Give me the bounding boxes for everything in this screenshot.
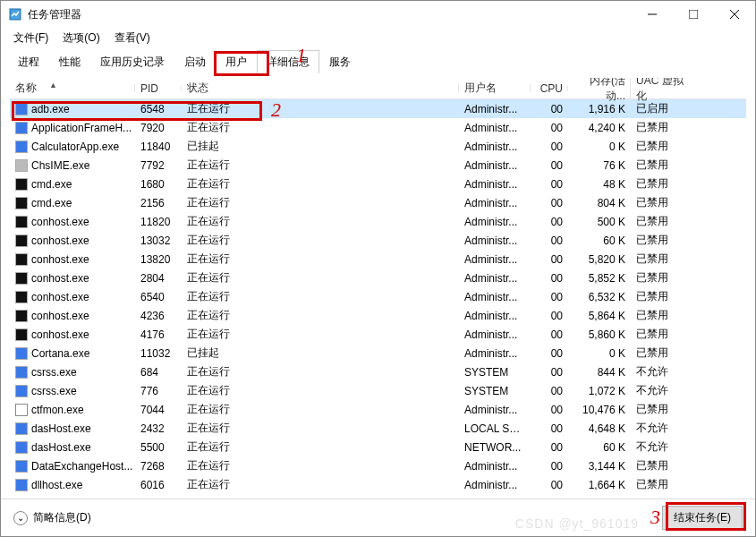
menu-options[interactable]: 选项(O): [57, 29, 105, 47]
tab-services[interactable]: 服务: [319, 50, 361, 73]
tab-app-history[interactable]: 应用历史记录: [90, 50, 174, 73]
cell-cpu: 00: [531, 178, 568, 191]
cell-memory: 5,864 K: [568, 310, 631, 322]
cell-pid: 6548: [135, 103, 182, 115]
cell-name: csrss.exe: [31, 385, 77, 397]
table-row[interactable]: csrss.exe684正在运行SYSTEM00844 K不允许: [10, 362, 746, 381]
cell-uac: 已禁用: [631, 289, 693, 304]
menu-file[interactable]: 文件(F): [8, 29, 54, 47]
tab-users[interactable]: 用户: [216, 50, 257, 73]
cell-user: Administr...: [459, 178, 531, 191]
tab-performance[interactable]: 性能: [49, 50, 90, 73]
cell-user: Administr...: [459, 216, 531, 228]
col-uac[interactable]: UAC 虚拟化: [631, 78, 693, 104]
process-icon: [15, 253, 28, 266]
cell-status: 已挂起: [182, 345, 459, 361]
table-row[interactable]: conhost.exe13032正在运行Administr...0060 K已禁…: [10, 231, 746, 250]
cell-status: 正在运行: [182, 327, 459, 342]
cell-memory: 1,916 K: [568, 103, 631, 115]
cell-pid: 2156: [135, 197, 182, 209]
cell-pid: 11840: [135, 141, 182, 153]
cell-name: CalculatorApp.exe: [31, 141, 119, 153]
tab-startup[interactable]: 启动: [174, 50, 216, 73]
cell-memory: 4,648 K: [568, 422, 631, 435]
process-icon: [15, 460, 28, 473]
brief-info-link[interactable]: ⌄ 简略信息(D): [13, 510, 91, 525]
cell-pid: 13820: [135, 253, 182, 266]
grid-body[interactable]: adb.exe6548正在运行Administr...001,916 K已启用A…: [10, 99, 746, 499]
cell-memory: 5,820 K: [568, 253, 631, 266]
table-row[interactable]: ctfmon.exe7044正在运行Administr...0010,476 K…: [10, 400, 746, 419]
cell-cpu: 00: [531, 310, 568, 322]
cell-cpu: 00: [531, 479, 568, 491]
details-grid: 名称▲ PID 状态 用户名 CPU 内存(活动... UAC 虚拟化 adb.…: [10, 78, 746, 499]
cell-status: 正在运行: [182, 477, 459, 492]
table-row[interactable]: conhost.exe4176正在运行Administr...005,860 K…: [10, 325, 746, 344]
cell-user: Administr...: [459, 310, 531, 322]
col-pid[interactable]: PID: [135, 82, 182, 95]
tabbar: 进程 性能 应用历史记录 启动 用户 详细信息 服务: [1, 47, 755, 72]
cell-uac: 已禁用: [631, 158, 693, 173]
table-row[interactable]: conhost.exe11820正在运行Administr...00500 K已…: [10, 212, 746, 231]
cell-status: 正在运行: [182, 421, 459, 436]
process-icon: [15, 328, 28, 341]
cell-cpu: 00: [531, 441, 568, 454]
table-row[interactable]: dasHost.exe2432正在运行LOCAL SE...004,648 K不…: [10, 419, 746, 438]
col-memory[interactable]: 内存(活动...: [568, 78, 631, 104]
cell-status: 正在运行: [182, 101, 459, 116]
col-cpu[interactable]: CPU: [531, 82, 568, 95]
cell-name: conhost.exe: [31, 253, 89, 266]
table-row[interactable]: ChsIME.exe7792正在运行Administr...0076 K已禁用: [10, 156, 746, 175]
table-row[interactable]: conhost.exe2804正在运行Administr...005,852 K…: [10, 268, 746, 287]
cell-memory: 5,852 K: [568, 272, 631, 285]
cell-uac: 已禁用: [631, 327, 693, 342]
table-row[interactable]: cmd.exe1680正在运行Administr...0048 K已禁用: [10, 175, 746, 193]
cell-pid: 4176: [135, 328, 182, 341]
cell-memory: 60 K: [568, 234, 631, 247]
cell-memory: 10,476 K: [568, 404, 631, 416]
table-row[interactable]: Cortana.exe11032已挂起Administr...000 K已禁用: [10, 344, 746, 362]
cell-name: conhost.exe: [31, 216, 89, 228]
cell-status: 正在运行: [182, 458, 459, 473]
col-status[interactable]: 状态: [182, 81, 459, 96]
cell-status: 正在运行: [182, 158, 459, 173]
cell-uac: 已禁用: [631, 251, 693, 267]
maximize-button[interactable]: [673, 1, 714, 28]
cell-uac: 不允许: [631, 383, 693, 398]
process-icon: [15, 122, 28, 134]
table-row[interactable]: DataExchangeHost...7268正在运行Administr...0…: [10, 456, 746, 475]
table-row[interactable]: conhost.exe4236正在运行Administr...005,864 K…: [10, 306, 746, 325]
grid-header: 名称▲ PID 状态 用户名 CPU 内存(活动... UAC 虚拟化: [10, 78, 746, 99]
cell-cpu: 00: [531, 253, 568, 266]
cell-user: Administr...: [459, 103, 531, 115]
close-button[interactable]: [714, 1, 755, 28]
minimize-button[interactable]: [632, 1, 673, 28]
cell-cpu: 00: [531, 159, 568, 172]
tab-processes[interactable]: 进程: [8, 50, 49, 73]
col-user[interactable]: 用户名: [459, 81, 531, 96]
table-row[interactable]: cmd.exe2156正在运行Administr...00804 K已禁用: [10, 193, 746, 212]
table-row[interactable]: csrss.exe776正在运行SYSTEM001,072 K不允许: [10, 381, 746, 400]
cell-cpu: 00: [531, 272, 568, 285]
footer-bar: ⌄ 简略信息(D) 结束任务(E): [1, 499, 755, 536]
cell-name: conhost.exe: [31, 310, 89, 322]
tab-details[interactable]: 详细信息: [257, 50, 319, 73]
col-name[interactable]: 名称▲: [10, 81, 135, 96]
cell-memory: 0 K: [568, 141, 631, 153]
cell-memory: 6,532 K: [568, 291, 631, 303]
table-row[interactable]: dllhost.exe6016正在运行Administr...001,664 K…: [10, 475, 746, 494]
table-row[interactable]: conhost.exe6540正在运行Administr...006,532 K…: [10, 287, 746, 306]
table-row[interactable]: ApplicationFrameH...7920正在运行Administr...…: [10, 118, 746, 137]
cell-cpu: 00: [531, 347, 568, 360]
table-row[interactable]: dasHost.exe5500正在运行NETWOR...0060 K不允许: [10, 438, 746, 456]
svg-rect-2: [689, 10, 698, 19]
end-task-button[interactable]: 结束任务(E): [662, 506, 743, 530]
cell-uac: 已禁用: [631, 120, 693, 135]
table-row[interactable]: conhost.exe13820正在运行Administr...005,820 …: [10, 250, 746, 268]
process-icon: [15, 159, 28, 172]
cell-pid: 1680: [135, 178, 182, 191]
table-row[interactable]: CalculatorApp.exe11840已挂起Administr...000…: [10, 137, 746, 156]
cell-pid: 7044: [135, 404, 182, 416]
cell-user: Administr...: [459, 122, 531, 134]
menu-view[interactable]: 查看(V): [109, 29, 156, 47]
